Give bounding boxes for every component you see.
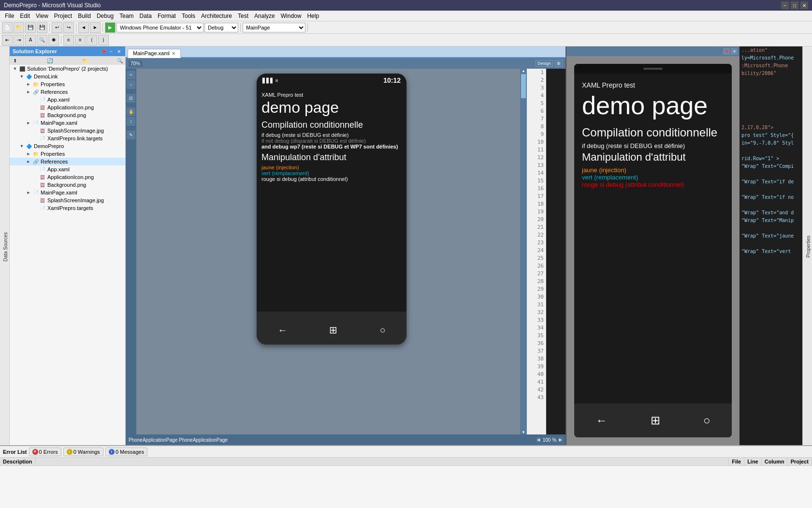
phone-s1-t2: if not debug (disparait si DEBUG est déf… <box>261 138 402 144</box>
toolbar2-btn1[interactable]: ⇤ <box>2 35 13 45</box>
toolbar2-btn3[interactable]: A <box>25 35 36 45</box>
toolbar2-btn2[interactable]: ⇥ <box>14 35 24 45</box>
sol-btn4[interactable]: 🔍 <box>116 57 123 64</box>
sol-btn1[interactable]: ⬆ <box>12 57 18 64</box>
scroll-thumb[interactable] <box>521 74 526 98</box>
toolbar-back[interactable]: ◄ <box>78 22 89 33</box>
zoom-increase-btn[interactable]: ► <box>558 437 563 442</box>
right-panel-close[interactable]: ✕ <box>731 48 738 55</box>
toolbar-new[interactable]: 📄 <box>2 22 13 33</box>
phone-page-title: demo page <box>261 100 402 115</box>
design-view-btn[interactable]: Design <box>536 60 553 67</box>
tree-demolink-splash[interactable]: 🖼 SplashScreenImage.jpg <box>10 127 125 134</box>
right-panel-pin[interactable]: 📌 <box>723 48 730 55</box>
toolbar2-btn7[interactable]: ≡ <box>75 35 86 45</box>
toolbar2-btn9[interactable]: ⟩ <box>98 35 109 45</box>
properties-tab[interactable]: Properties <box>805 233 812 261</box>
tree-solution[interactable]: ▼ ⬛ Solution 'DemoPrepro' (2 projects) <box>10 65 125 73</box>
pan-btn[interactable]: ✋ <box>127 107 135 116</box>
xaml-code-panel[interactable]: ...ation" ly=Microsoft.Phone :Microsoft.… <box>740 46 802 445</box>
menu-analyze[interactable]: Analyze <box>251 12 278 20</box>
edit-btn[interactable]: ✎ <box>127 131 135 139</box>
toolbar2-btn6[interactable]: ≡ <box>63 35 74 45</box>
config-select[interactable]: Debug <box>204 23 238 32</box>
col-spacer <box>36 458 729 465</box>
toolbar2-btn4[interactable]: 🔍 <box>37 35 47 45</box>
page-select[interactable]: MainPage <box>243 23 305 32</box>
split-view-btn[interactable]: ⊞ <box>555 60 563 67</box>
minimize-button[interactable]: − <box>781 1 789 9</box>
messages-button[interactable]: i 0 Messages <box>105 448 147 456</box>
zoom-out-btn[interactable]: − <box>127 80 135 89</box>
menu-team[interactable]: Team <box>116 12 136 20</box>
scroll-up-btn[interactable]: ▲ <box>522 69 525 73</box>
sol-btn2[interactable]: 🔄 <box>46 57 53 64</box>
tree-demoprepro-targets[interactable]: 📄 XamlPrepro.targets <box>10 204 125 212</box>
tree-demoprepro-properties[interactable]: ► 📁 Properties <box>10 150 125 158</box>
menu-edit[interactable]: Edit <box>17 12 33 20</box>
maximize-button[interactable]: □ <box>791 1 798 9</box>
tab-mainpage-xaml[interactable]: MainPage.xaml ✕ <box>128 49 181 58</box>
close-button[interactable]: ✕ <box>800 1 808 9</box>
menu-format[interactable]: Format <box>155 12 179 20</box>
tree-demolink-targets[interactable]: 📄 XamlPrepro.link.targets <box>10 134 125 142</box>
menu-bar: File Edit View Project Build Debug Team … <box>0 11 812 21</box>
tree-demoprepro-references[interactable]: ► 🔗 References <box>10 158 125 165</box>
menu-window[interactable]: Window <box>278 12 304 20</box>
tree-demolink-appxaml[interactable]: 📄 App.xaml <box>10 96 125 104</box>
toolbar2-btn5[interactable]: ✱ <box>48 35 59 45</box>
col-line: Line <box>744 458 762 465</box>
tab-close-icon[interactable]: ✕ <box>172 51 175 56</box>
panel-collapse[interactable]: − <box>108 48 115 55</box>
zoom-decrease-btn[interactable]: ◄ <box>536 437 541 442</box>
tree-demolink[interactable]: ▼ 🔷 DemoLink <box>10 73 125 80</box>
tree-demoprepro-bg[interactable]: 🖼 Background.png <box>10 181 125 189</box>
solution-explorer-panel: Solution Explorer 📌 − ✕ ⬆ 🔄 📁 🔍 ▼ ⬛ <box>10 46 126 445</box>
toolbar-start[interactable]: ▶ <box>105 22 116 33</box>
tree-demolink-appicon[interactable]: 🖼 ApplicationIcon.png <box>10 104 125 111</box>
toolbar2-btn8[interactable]: ⟨ <box>87 35 97 45</box>
sidebar-tab-datasources[interactable]: Data Sources <box>2 229 9 265</box>
toolbar-forward[interactable]: ► <box>90 22 101 33</box>
tree-demolink-mainxaml[interactable]: ► 📄 MainPage.xaml <box>10 119 125 127</box>
emulator-select[interactable]: Windows Phone Emulator - 51 <box>116 23 203 32</box>
menu-test[interactable]: Test <box>235 12 251 20</box>
menu-tools[interactable]: Tools <box>179 12 198 20</box>
scroll-down-btn[interactable]: ▼ <box>522 430 525 434</box>
toolbar-save-all[interactable]: 💾 <box>37 22 47 33</box>
toolbar-undo[interactable]: ↩ <box>52 22 62 33</box>
message-count: 0 Messages <box>116 449 144 455</box>
tree-demolink-references[interactable]: ► 🔗 References <box>10 88 125 96</box>
phone-status-bar: ▋▋▋ ≡ 10:12 <box>257 74 406 87</box>
tree-demolink-bg[interactable]: 🖼 Background.png <box>10 111 125 119</box>
toolbar-save[interactable]: 💾 <box>25 22 36 33</box>
menu-architecture[interactable]: Architecture <box>198 12 235 20</box>
editor-tab-bar: MainPage.xaml ✕ <box>126 46 566 58</box>
phone-time: 10:12 <box>383 76 401 84</box>
panel-close[interactable]: ✕ <box>116 48 122 55</box>
resize-btn[interactable]: ↕ <box>127 117 135 126</box>
fit-btn[interactable]: ⊡ <box>127 94 135 103</box>
toolbar-redo[interactable]: ↪ <box>63 22 74 33</box>
errors-button[interactable]: ✕ 0 Errors <box>29 448 61 456</box>
tree-demoprepro-appxaml[interactable]: 📄 App.xaml <box>10 165 125 173</box>
menu-help[interactable]: Help <box>304 12 322 20</box>
sol-btn3[interactable]: 📁 <box>82 57 88 64</box>
right-phone-speaker <box>643 68 663 70</box>
panel-pin[interactable]: 📌 <box>100 48 107 55</box>
tree-demoprepro[interactable]: ▼ 🔷 DemoPrepro <box>10 142 125 150</box>
tree-demolink-properties[interactable]: ► 📁 Properties <box>10 80 125 88</box>
tree-demoprepro-mainxaml[interactable]: ► 📄 MainPage.xaml <box>10 189 125 196</box>
tree-demoprepro-appicon[interactable]: 🖼 ApplicationIcon.png <box>10 173 125 181</box>
menu-view[interactable]: View <box>33 12 51 20</box>
warnings-button[interactable]: ! 0 Warnings <box>63 448 103 456</box>
menu-debug[interactable]: Debug <box>94 12 116 20</box>
toolbar-open[interactable]: 📁 <box>14 22 24 33</box>
tree-demoprepro-splash[interactable]: 🖼 SplashScreenImage.jpg <box>10 196 125 204</box>
menu-data[interactable]: Data <box>137 12 155 20</box>
designer-scrollbar[interactable]: ▲ ▼ <box>520 69 527 434</box>
menu-file[interactable]: File <box>2 12 17 20</box>
menu-project[interactable]: Project <box>51 12 75 20</box>
zoom-in-btn[interactable]: + <box>127 71 135 79</box>
menu-build[interactable]: Build <box>75 12 94 20</box>
